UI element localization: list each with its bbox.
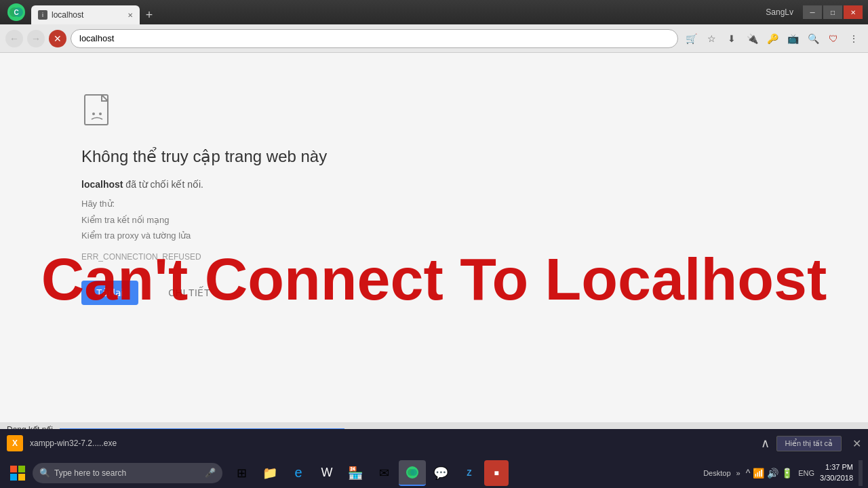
menu-icon[interactable]: ⋮ <box>845 30 863 47</box>
taskbar: 🔍 Type here to search 🎤 ⊞ 📁 e W 🏪 ✉ 💬 Z … <box>0 458 868 488</box>
show-all-btn[interactable]: Hiển thị tất cả <box>776 436 842 451</box>
volume-icon[interactable]: 🔊 <box>767 468 778 479</box>
suggestion-label: Hãy thử: <box>81 196 787 211</box>
xampp-label: xampp-win32-7.2.....exe <box>30 439 754 448</box>
search-icon: 🔍 <box>39 468 50 478</box>
tray-arrow[interactable]: ^ <box>746 468 751 479</box>
taskbar-clock[interactable]: 1:37 PM 3/30/2018 <box>820 462 853 483</box>
svg-point-5 <box>92 113 95 115</box>
back-btn[interactable]: ← <box>5 30 23 47</box>
svg-rect-9 <box>10 474 17 481</box>
suggestion-2: Kiểm tra proxy và tường lửa <box>81 228 787 243</box>
minimize-btn[interactable]: ─ <box>803 5 822 19</box>
maximize-btn[interactable]: □ <box>823 5 842 19</box>
tab-favicon: i <box>38 10 47 20</box>
user-label: SangLv <box>766 7 793 17</box>
taskbar-taskview[interactable]: ⊞ <box>228 460 255 486</box>
error-host: localhost <box>81 179 123 190</box>
overlay-text: Can't Connect To Localhost <box>0 249 868 309</box>
tab-label: localhost <box>52 10 83 20</box>
browser-logo: C <box>5 1 27 23</box>
taskbar-right: Desktop » ^ 📶 🔊 🔋 ENG 1:37 PM 3/30/2018 <box>703 460 863 486</box>
address-input[interactable] <box>71 29 678 48</box>
taskbar-ie[interactable]: e <box>285 460 312 486</box>
desktop-icon[interactable]: » <box>736 469 741 477</box>
extensions-icon[interactable]: 🔌 <box>743 30 761 47</box>
new-tab-btn[interactable]: + <box>140 5 159 24</box>
desktop-label: Desktop <box>703 469 730 477</box>
search-icon[interactable]: 🔍 <box>804 30 822 47</box>
taskbar-search[interactable]: 🔍 Type here to search 🎤 <box>33 463 222 483</box>
download-icon[interactable]: ⬇ <box>723 30 741 47</box>
svg-point-13 <box>410 469 417 476</box>
shield-icon[interactable]: 🛡 <box>825 30 842 47</box>
system-tray: ^ 📶 🔊 🔋 <box>746 468 793 479</box>
error-desc: localhost đã từ chối kết nối. <box>81 177 787 192</box>
taskbar-zalo[interactable]: Z <box>456 460 483 486</box>
network-icon[interactable]: 📶 <box>753 468 764 479</box>
svg-rect-4 <box>85 95 108 125</box>
tab-bar: i localhost ✕ + <box>31 0 766 24</box>
browser-content: Không thể truy cập trang web này localho… <box>0 53 868 422</box>
bookmark-icon[interactable]: ☆ <box>703 30 720 47</box>
cart-icon[interactable]: 🛒 <box>682 30 700 47</box>
taskbar-mail[interactable]: ✉ <box>370 460 397 486</box>
safekey-icon[interactable]: 🔑 <box>764 30 781 47</box>
taskbar-browser[interactable] <box>399 460 426 486</box>
address-bar: ← → ✕ 🛒 ☆ ⬇ 🔌 🔑 📺 🔍 🛡 ⋮ <box>0 24 868 53</box>
microphone-icon: 🎤 <box>205 468 216 478</box>
tab-close-btn[interactable]: ✕ <box>127 12 133 19</box>
xampp-expand-btn[interactable]: ∧ <box>761 436 770 451</box>
clock-time: 1:37 PM <box>820 462 853 472</box>
svg-rect-8 <box>18 466 25 472</box>
start-button[interactable] <box>5 461 30 485</box>
svg-text:C: C <box>14 9 18 16</box>
error-title: Không thể truy cập trang web này <box>81 147 787 166</box>
screen-icon[interactable]: 📺 <box>784 30 802 47</box>
taskbar-fileexplorer[interactable]: 📁 <box>256 460 283 486</box>
close-btn[interactable]: ✕ <box>844 5 863 19</box>
show-desktop-btn[interactable] <box>859 460 863 486</box>
browser-window: C i localhost ✕ + SangLv ─ □ ✕ ← → ✕ 🛒 ☆… <box>0 0 868 437</box>
taskbar-store[interactable]: 🏪 <box>342 460 369 486</box>
taskbar-app9[interactable]: ■ <box>484 460 509 486</box>
notif-close-btn[interactable]: ✕ <box>852 437 861 450</box>
suggestion-1: Kiểm tra kết nối mạng <box>81 212 787 228</box>
window-controls: ─ □ ✕ <box>803 5 863 19</box>
language-label: ENG <box>798 469 814 477</box>
svg-point-6 <box>99 113 102 115</box>
battery-icon[interactable]: 🔋 <box>781 468 793 479</box>
taskbar-search-placeholder: Type here to search <box>54 468 126 478</box>
xampp-notification: X xampp-win32-7.2.....exe ∧ Hiển thị tất… <box>0 429 868 458</box>
forward-btn[interactable]: → <box>27 30 45 47</box>
titlebar: C i localhost ✕ + SangLv ─ □ ✕ <box>0 0 868 24</box>
clock-date: 3/30/2018 <box>820 473 853 483</box>
error-icon <box>81 94 115 131</box>
svg-rect-7 <box>10 466 17 472</box>
svg-rect-10 <box>18 474 25 481</box>
error-desc-suffix: đã từ chối kết nối. <box>123 179 203 190</box>
error-suggestions: Hãy thử: Kiểm tra kết nối mạng Kiểm tra … <box>81 196 787 243</box>
taskbar-apps: ⊞ 📁 e W 🏪 ✉ 💬 Z ■ <box>228 460 509 486</box>
reload-btn[interactable]: ✕ <box>49 30 66 47</box>
taskbar-viber[interactable]: 💬 <box>427 460 454 486</box>
xampp-icon: X <box>7 435 23 451</box>
taskbar-word[interactable]: W <box>313 460 340 486</box>
active-tab[interactable]: i localhost ✕ <box>31 5 140 24</box>
toolbar-icons: 🛒 ☆ ⬇ 🔌 🔑 📺 🔍 🛡 ⋮ <box>682 30 863 47</box>
